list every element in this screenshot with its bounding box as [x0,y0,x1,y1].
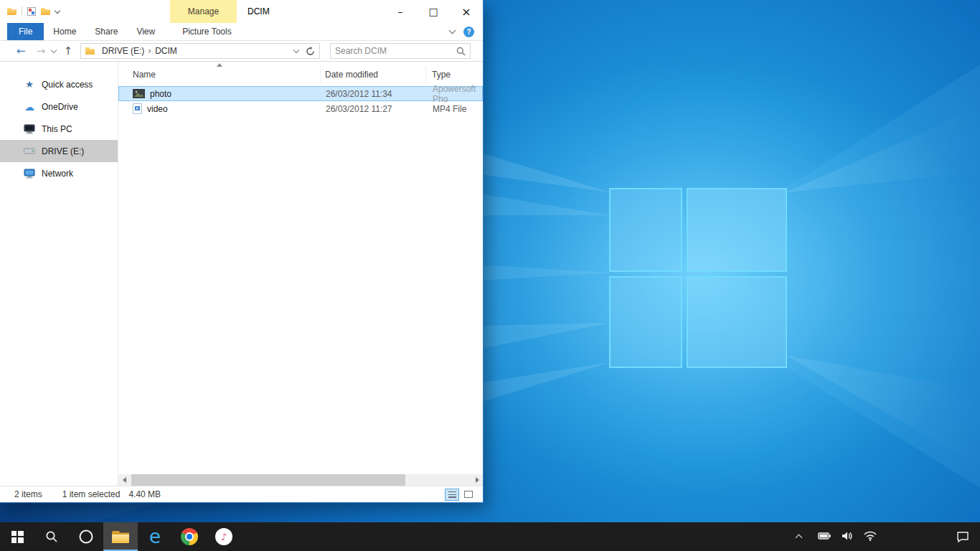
selected-items-info: 1 item selected [62,489,121,499]
quick-access-toolbar [0,6,60,17]
new-folder-icon[interactable] [41,8,50,15]
volume-icon[interactable] [842,531,853,543]
recent-locations-chevron-icon[interactable] [51,47,57,53]
start-button[interactable] [0,522,34,551]
file-date-modified: 26/03/2012 11:34 [321,89,427,99]
up-button[interactable]: ↑ [60,44,76,57]
scroll-right-button[interactable] [471,474,483,486]
taskbar-itunes-button[interactable]: ♪ [207,522,241,551]
navigation-pane: ★ Quick access ☁ OneDrive [0,62,118,486]
toolbar-separator [22,6,22,17]
network-icon [24,169,35,179]
column-header-date-modified[interactable]: Date modified [321,66,426,83]
customize-toolbar-chevron-icon[interactable] [55,7,60,13]
breadcrumb-drive[interactable]: DRIVE (E:) [100,46,146,56]
scroll-right-arrow-icon [476,477,479,483]
help-button[interactable]: ? [463,27,474,37]
chrome-icon [181,528,198,545]
explorer-content: ★ Quick access ☁ OneDrive [0,62,483,486]
action-center-icon [956,531,969,542]
properties-icon[interactable] [27,7,36,16]
breadcrumb-folder[interactable]: DCIM [154,46,179,56]
battery-icon[interactable] [818,532,831,542]
file-name: photo [150,89,171,99]
tab-file[interactable]: File [7,23,44,40]
taskbar-internet-explorer-button[interactable]: e [138,522,172,551]
desktop: Manage DCIM – □ × File Home Share View P… [0,0,980,551]
tab-share[interactable]: Share [85,23,127,40]
forward-button[interactable]: → [33,44,49,57]
maximize-button[interactable]: □ [417,0,450,23]
tab-view[interactable]: View [127,23,164,40]
status-bar: 2 items 1 item selected 4.40 MB [0,486,483,502]
sidebar-item-quick-access[interactable]: ★ Quick access [0,73,118,95]
sidebar-item-this-pc[interactable]: This PC [0,118,118,140]
scroll-left-arrow-icon [123,477,126,483]
cortana-button[interactable] [69,522,103,551]
address-dropdown-chevron-icon[interactable] [293,47,299,53]
computer-icon [24,124,35,134]
sidebar-item-label: OneDrive [42,102,78,112]
file-row-video[interactable]: video 26/03/2012 11:27 MP4 File [118,101,483,116]
selected-size: 4.40 MB [128,489,161,499]
file-list-area: Name Date modified Type photo [118,62,483,486]
wifi-icon[interactable] [864,531,877,543]
chevron-up-icon [795,534,802,542]
address-bar[interactable]: DRIVE (E:) › DCIM [80,43,320,59]
show-hidden-icons-button[interactable] [790,533,807,540]
sidebar-item-label: Quick access [42,80,93,90]
manage-contextual-tab-header[interactable]: Manage [170,0,237,23]
taskbar-spacer [877,522,946,551]
internet-explorer-icon: e [149,527,161,546]
taskbar-chrome-button[interactable] [172,522,207,551]
onedrive-cloud-icon: ☁ [24,101,35,113]
system-tray [790,522,877,551]
explorer-app-icon [7,8,17,15]
window-title: DCIM [248,0,270,23]
large-icons-view-button[interactable] [461,489,476,501]
refresh-button[interactable] [304,47,316,56]
column-header-type[interactable]: Type [426,66,483,83]
title-bar[interactable]: Manage DCIM – □ × [0,0,483,23]
file-row-photo[interactable]: photo 26/03/2012 11:34 Apowersoft Pho [118,86,483,101]
ribbon-right-controls: ? [450,23,483,40]
search-icon [45,530,58,543]
scrollbar-track[interactable] [130,474,471,486]
close-button[interactable]: × [450,0,483,23]
file-name: video [147,104,168,114]
tab-home[interactable]: Home [44,23,85,40]
view-toggle-buttons [445,489,476,501]
navigation-bar: ← → ↑ DRIVE (E:) › DCIM [0,41,483,62]
taskbar-file-explorer-button[interactable] [103,522,138,551]
expand-ribbon-chevron-icon[interactable] [449,27,456,34]
sidebar-item-onedrive[interactable]: ☁ OneDrive [0,95,118,118]
back-button[interactable]: ← [13,44,29,57]
sidebar-item-drive-e[interactable]: DRIVE (E:) [0,140,118,162]
details-view-button[interactable] [445,489,459,501]
search-box[interactable] [330,43,471,59]
horizontal-scrollbar[interactable] [118,474,483,486]
cortana-circle-icon [78,529,94,545]
search-icon[interactable] [456,47,466,56]
taskbar-search-button[interactable] [34,522,69,551]
ribbon-tabs: File Home Share View Picture Tools ? [0,23,483,41]
column-header-name[interactable]: Name [118,66,321,83]
file-type: MP4 File [427,104,482,114]
drive-icon [24,148,35,155]
sidebar-item-network[interactable]: Network [0,162,118,184]
scrollbar-thumb[interactable] [131,474,405,486]
file-explorer-window: Manage DCIM – □ × File Home Share View P… [0,0,484,503]
refresh-icon [306,47,315,56]
sidebar-item-label: DRIVE (E:) [42,146,84,156]
file-date-modified: 26/03/2012 11:27 [321,104,427,114]
search-input[interactable] [331,46,456,56]
scroll-left-button[interactable] [118,474,130,486]
sidebar-item-label: This PC [42,124,72,134]
minimize-button[interactable]: – [384,0,417,23]
action-center-button[interactable] [946,522,980,551]
file-explorer-icon [112,531,129,543]
column-headers: Name Date modified Type [118,66,483,83]
tab-picture-tools[interactable]: Picture Tools [173,23,240,40]
breadcrumb-separator-icon[interactable]: › [146,46,154,56]
taskbar: e ♪ [0,522,980,551]
